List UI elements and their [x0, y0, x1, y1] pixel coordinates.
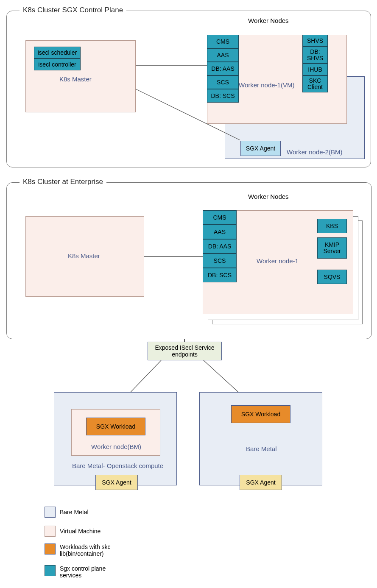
sgx-workload-right: SGX Workload	[231, 405, 290, 423]
legend-label: Sgx control plane services	[60, 565, 123, 579]
worker-nodes-heading-2: Worker Nodes	[248, 193, 289, 200]
diagram-canvas: K8s Cluster SGX Control Plane Worker Nod…	[0, 0, 377, 588]
worker-node-bm-label: Worker node(BM)	[91, 443, 141, 450]
svg-line-1	[136, 89, 240, 140]
legend-swatch-vm	[45, 526, 56, 537]
sgx-workload-left: SGX Workload	[86, 418, 145, 435]
group2-title: K8s Cluster at Enterprise	[20, 178, 106, 186]
bm-openstack-label: Bare Metal- Openstack compute	[72, 462, 163, 469]
legend-swatch-svc	[45, 565, 56, 576]
legend-sgx-services: Sgx control plane services	[45, 565, 123, 579]
connector-top	[0, 326, 377, 343]
connector-lines-2	[0, 212, 377, 297]
legend-label: Bare Metal	[60, 509, 89, 516]
sgx-agent-right: SGX Agent	[240, 475, 282, 490]
bm-right-label: Bare Metal	[246, 445, 277, 452]
legend-swatch-workload	[45, 543, 56, 555]
legend-vm: Virtual Machine	[45, 526, 101, 537]
legend-label: Workloads with skc lib(bin/container)	[60, 543, 128, 557]
legend-bare-metal: Bare Metal	[45, 507, 89, 518]
legend-swatch-baremetal	[45, 507, 56, 518]
sgx-agent-left: SGX Agent	[95, 475, 138, 490]
legend-workloads: Workloads with skc lib(bin/container)	[45, 543, 128, 557]
legend-label: Virtual Machine	[60, 528, 101, 535]
connector-lines-1	[0, 0, 377, 170]
